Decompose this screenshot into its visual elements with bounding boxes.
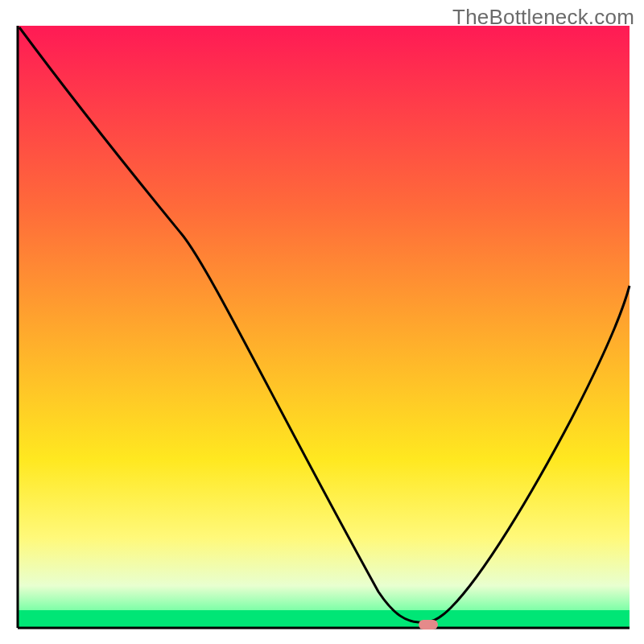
green-band (18, 610, 630, 628)
plot-background (18, 26, 630, 628)
optimal-marker (419, 620, 438, 630)
watermark-text: TheBottleneck.com (452, 5, 634, 30)
chart-container: TheBottleneck.com (0, 0, 644, 644)
chart-svg (0, 0, 644, 644)
